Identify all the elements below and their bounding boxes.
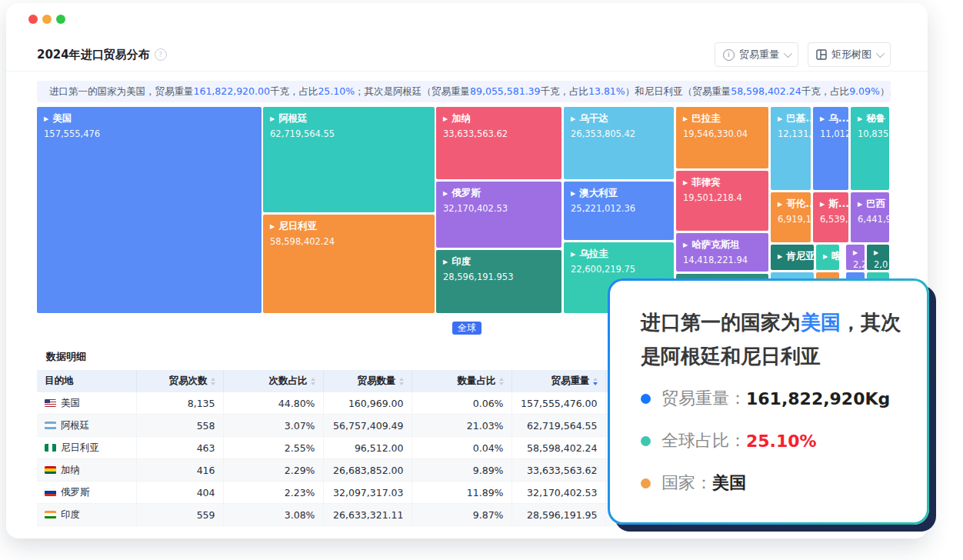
chart-type-select-button[interactable]: 矩形树图: [808, 42, 891, 67]
treemap-cell-秘鲁[interactable]: ▶秘鲁10,835,...: [851, 107, 889, 190]
treemap-cell[interactable]: ▶2,2: [846, 245, 865, 270]
treemap-cell-哥伦...[interactable]: ▶哥伦...6,919,1...: [771, 192, 811, 242]
treemap-cell-name: 哥伦...: [786, 198, 811, 211]
treemap-cell-label: ▶哈萨克斯坦: [683, 238, 768, 252]
treemap-cell-俄罗斯[interactable]: ▶俄罗斯32,170,402.53: [436, 182, 561, 248]
sort-asc-icon: [311, 378, 315, 381]
treemap-cell-label: ▶喀: [823, 250, 839, 263]
treemap-cell-label: ▶印度: [443, 255, 561, 268]
treemap-cell-肯尼亚[interactable]: ▶肯尼亚: [771, 245, 814, 270]
sort-toggle[interactable]: [593, 378, 598, 385]
metric-select-button[interactable]: i 贸易重量: [715, 42, 798, 67]
column-header-目的地: 目的地: [37, 370, 136, 392]
value-cell: 33,633,563.62: [511, 459, 605, 482]
value-cell: 404: [136, 482, 223, 504]
treemap-cell-label: ▶巴西: [858, 198, 889, 211]
insight-item-label: 国家：: [661, 472, 712, 495]
drilldown-arrow-icon: ▶: [683, 116, 688, 122]
value-cell: 8,135: [136, 392, 223, 415]
treemap-cell-value: 25,221,012.36: [571, 203, 674, 214]
treemap-cell-label: ▶菲律宾: [683, 176, 768, 189]
treemap-cell-澳大利亚[interactable]: ▶澳大利亚25,221,012.36: [564, 182, 674, 240]
info-icon[interactable]: ?: [155, 48, 167, 61]
treemap-cell-阿根廷[interactable]: ▶阿根廷62,719,564.55: [263, 107, 435, 212]
close-window-icon[interactable]: [28, 15, 38, 24]
insight-item: 国家：美国: [641, 472, 904, 495]
treemap-cell-name: 巴基...: [786, 112, 811, 125]
root-node-badge[interactable]: 全球: [452, 322, 482, 335]
treemap-cell-印度[interactable]: ▶印度28,596,191.953: [436, 250, 561, 313]
treemap-cell-美国[interactable]: ▶美国157,555,476: [37, 107, 262, 313]
treemap-cell-喀[interactable]: ▶喀: [816, 245, 839, 270]
treemap-cell-乌干达[interactable]: ▶乌干达26,353,805.42: [564, 107, 674, 179]
treemap-cell-value: 2,2: [853, 259, 865, 270]
treemap-cell-label: ▶乌拉圭: [571, 248, 674, 261]
summary-segment: 千克，占比: [541, 85, 589, 97]
treemap-cell-name: 美国: [52, 112, 72, 125]
treemap-cell-label: ▶美国: [44, 112, 262, 125]
value-cell: 58,598,402.24: [511, 437, 605, 459]
minimize-window-icon[interactable]: [42, 15, 52, 24]
sort-desc-icon: [399, 382, 404, 385]
column-header-数量占比[interactable]: 数量占比: [412, 370, 511, 392]
drilldown-arrow-icon: ▶: [823, 254, 828, 260]
insight-items: 贸易重量：161,822,920Kg全球占比：25.10%国家：美国: [641, 387, 904, 495]
insight-title: 进口第一的国家为美国，其次是阿根廷和尼日利亚: [641, 305, 904, 373]
summary-highlight: 161,822,920.00: [194, 85, 270, 97]
treemap-cell-value: 26,353,805.42: [571, 128, 674, 139]
summary-segment: ；其次是阿根廷（贸易重量: [355, 85, 470, 97]
insight-title-highlight: 美国: [801, 311, 841, 334]
treemap-cell-乌...[interactable]: ▶乌...11,012,...: [813, 107, 848, 190]
treemap-cell-哈萨克斯坦[interactable]: ▶哈萨克斯坦14,418,221.94: [676, 233, 768, 272]
value-cell: 56,757,409.49: [323, 415, 412, 437]
header-controls: i 贸易重量 矩形树图: [715, 42, 891, 67]
destination-name: 美国: [61, 397, 80, 408]
sort-toggle[interactable]: [311, 378, 315, 385]
treemap-cell-name: 澳大利亚: [579, 187, 618, 200]
treemap-cell-label: ▶加纳: [443, 112, 561, 125]
column-header-label: 数量占比: [458, 375, 496, 388]
treemap-cell-name: 加纳: [452, 112, 471, 125]
treemap-cell-value: 19,501,218.4: [683, 192, 768, 203]
sort-asc-icon: [211, 378, 215, 381]
treemap-cell-label: ▶澳大利亚: [571, 187, 674, 200]
treemap-cell-name: 阿根廷: [278, 112, 308, 125]
column-header-贸易数量[interactable]: 贸易数量: [323, 370, 412, 392]
column-header-次数占比[interactable]: 次数占比: [223, 370, 323, 392]
destination-cell: 美国: [37, 392, 136, 415]
value-cell: 44.80%: [223, 392, 323, 415]
column-header-贸易次数[interactable]: 贸易次数: [136, 370, 223, 392]
column-header-label: 目的地: [45, 375, 74, 388]
treemap-cell-value: 6,441,9...: [858, 214, 889, 225]
chevron-down-icon: [784, 49, 792, 58]
drilldown-arrow-icon: ▶: [44, 116, 48, 122]
treemap-cell-value: 12,131,5...: [778, 128, 811, 139]
treemap-cell-label: ▶: [853, 250, 865, 256]
insight-item-label: 全球占比：: [661, 429, 746, 452]
value-cell: 21.03%: [412, 415, 511, 437]
fullscreen-window-icon[interactable]: [56, 15, 65, 24]
treemap-cell-value: 32,170,402.53: [443, 203, 561, 214]
drilldown-arrow-icon: ▶: [683, 242, 688, 248]
sort-toggle[interactable]: [399, 378, 404, 385]
drilldown-arrow-icon: ▶: [858, 116, 862, 122]
treemap-cell-菲律宾[interactable]: ▶菲律宾19,501,218.4: [676, 171, 768, 231]
column-header-贸易重量[interactable]: 贸易重量: [511, 370, 605, 392]
chevron-down-icon: [876, 49, 885, 58]
treemap-cell-巴基...[interactable]: ▶巴基...12,131,5...: [771, 107, 811, 190]
sort-desc-icon: [211, 382, 215, 385]
treemap-cell-尼日利亚[interactable]: ▶尼日利亚58,598,402.24: [263, 215, 435, 313]
treemap-cell-name: 斯...: [828, 198, 848, 211]
value-cell: 26,633,321.11: [323, 504, 412, 526]
treemap-cell-巴拉圭[interactable]: ▶巴拉圭19,546,330.04: [676, 107, 768, 168]
treemap-cell-value: 10,835,...: [858, 128, 889, 139]
treemap-cell-巴西[interactable]: ▶巴西6,441,9...: [851, 192, 889, 242]
value-cell: 11.89%: [412, 482, 511, 504]
treemap-cell-斯...[interactable]: ▶斯...6,539,0...: [813, 192, 848, 242]
treemap-cell[interactable]: ▶2,0: [867, 245, 889, 270]
sort-toggle[interactable]: [211, 378, 215, 385]
treemap-cell-加纳[interactable]: ▶加纳33,633,563.62: [436, 107, 561, 179]
sort-desc-icon: [499, 382, 504, 385]
treemap-cell-label: ▶巴拉圭: [683, 112, 768, 125]
sort-toggle[interactable]: [499, 378, 504, 385]
